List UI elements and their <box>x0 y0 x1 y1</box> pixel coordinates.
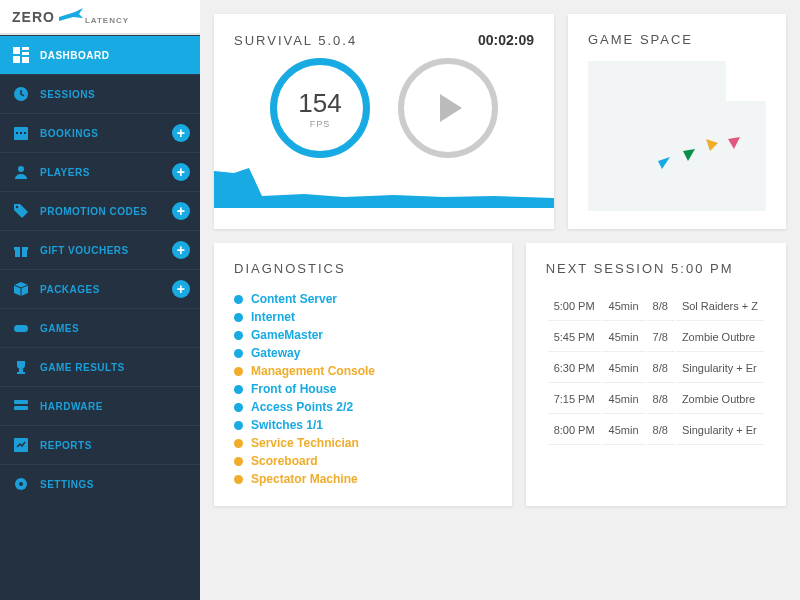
survival-title: SURVIVAL 5.0.4 <box>234 33 357 48</box>
nav-list: DASHBOARDSESSIONSBOOKINGS+PLAYERS+PROMOT… <box>0 35 200 600</box>
game-space-card: GAME SPACE <box>568 14 786 229</box>
brand-zero: ZERO <box>12 9 55 25</box>
session-cap: 8/8 <box>647 354 674 383</box>
sidebar-item-label: PROMOTION CODES <box>40 206 148 217</box>
session-row[interactable]: 7:15 PM45min8/8Zombie Outbre <box>548 385 764 414</box>
play-button[interactable] <box>398 58 498 158</box>
session-game: Zombie Outbre <box>676 323 764 352</box>
sidebar-item-bookings[interactable]: BOOKINGS+ <box>0 113 200 152</box>
sidebar-item-label: BOOKINGS <box>40 128 98 139</box>
sidebar-item-gift-vouchers[interactable]: GIFT VOUCHERS+ <box>0 230 200 269</box>
session-game: Zombie Outbre <box>676 385 764 414</box>
diagnostic-item: Switches 1/1 <box>234 416 492 434</box>
fps-label: FPS <box>310 119 331 129</box>
sidebar-item-label: REPORTS <box>40 440 92 451</box>
next-session-title: NEXT SESSION 5:00 PM <box>546 261 766 276</box>
trophy-icon <box>12 358 30 376</box>
svg-rect-20 <box>14 406 28 410</box>
add-bookings-button[interactable]: + <box>172 124 190 142</box>
sidebar-item-reports[interactable]: REPORTS <box>0 425 200 464</box>
survival-header: SURVIVAL 5.0.4 00:02:09 <box>234 32 534 48</box>
diagnostic-label: Spectator Machine <box>251 472 358 486</box>
play-icon <box>440 94 462 122</box>
session-game: Singularity + Er <box>676 416 764 445</box>
survival-timer: 00:02:09 <box>478 32 534 48</box>
session-row[interactable]: 6:30 PM45min8/8Singularity + Er <box>548 354 764 383</box>
diagnostic-label: Internet <box>251 310 295 324</box>
next-session-card: NEXT SESSION 5:00 PM 5:00 PM45min8/8Sol … <box>526 243 786 506</box>
sidebar-item-label: PACKAGES <box>40 284 100 295</box>
calendar-icon <box>12 124 30 142</box>
sidebar-item-label: GIFT VOUCHERS <box>40 245 129 256</box>
sidebar: ZERO LATENCY DASHBOARDSESSIONSBOOKINGS+P… <box>0 0 200 600</box>
sidebar-item-label: SESSIONS <box>40 89 95 100</box>
sidebar-item-games[interactable]: GAMES <box>0 308 200 347</box>
session-dur: 45min <box>603 416 645 445</box>
session-time: 6:30 PM <box>548 354 601 383</box>
player-marker-2 <box>683 149 695 161</box>
gamepad-icon <box>12 319 30 337</box>
session-cap: 8/8 <box>647 292 674 321</box>
svg-rect-18 <box>17 372 25 374</box>
main-area: SURVIVAL 5.0.4 00:02:09 154 FPS <box>200 0 800 600</box>
diagnostics-list: Content ServerInternetGameMasterGatewayM… <box>234 290 492 488</box>
diagnostic-label: Content Server <box>251 292 337 306</box>
svg-rect-1 <box>22 47 29 50</box>
session-row[interactable]: 8:00 PM45min8/8Singularity + Er <box>548 416 764 445</box>
sidebar-item-sessions[interactable]: SESSIONS <box>0 74 200 113</box>
fps-value: 154 <box>298 88 341 119</box>
top-row: SURVIVAL 5.0.4 00:02:09 154 FPS <box>214 14 786 229</box>
diagnostic-item: Management Console <box>234 362 492 380</box>
session-cap: 8/8 <box>647 416 674 445</box>
sidebar-item-dashboard[interactable]: DASHBOARD <box>0 35 200 74</box>
svg-rect-0 <box>13 47 20 54</box>
diagnostic-item: Service Technician <box>234 434 492 452</box>
sidebar-item-promotion-codes[interactable]: PROMOTION CODES+ <box>0 191 200 230</box>
svg-rect-10 <box>24 132 26 134</box>
session-game: Singularity + Er <box>676 354 764 383</box>
svg-rect-3 <box>13 56 20 63</box>
brand-latency: LATENCY <box>85 16 129 25</box>
sidebar-item-label: PLAYERS <box>40 167 90 178</box>
diagnostic-item: Front of House <box>234 380 492 398</box>
survival-card: SURVIVAL 5.0.4 00:02:09 154 FPS <box>214 14 554 229</box>
diagnostic-item: Spectator Machine <box>234 470 492 488</box>
diagnostic-label: Service Technician <box>251 436 359 450</box>
session-time: 5:00 PM <box>548 292 601 321</box>
game-space-title: GAME SPACE <box>588 32 766 47</box>
survival-circles: 154 FPS <box>234 58 534 158</box>
status-dot-ok <box>234 313 243 322</box>
box-icon <box>12 280 30 298</box>
session-time: 7:15 PM <box>548 385 601 414</box>
brand-logo: ZERO LATENCY <box>0 0 200 35</box>
sidebar-item-game-results[interactable]: GAME RESULTS <box>0 347 200 386</box>
add-gift-vouchers-button[interactable]: + <box>172 241 190 259</box>
add-players-button[interactable]: + <box>172 163 190 181</box>
status-dot-ok <box>234 295 243 304</box>
diagnostic-item: Scoreboard <box>234 452 492 470</box>
sidebar-item-label: GAME RESULTS <box>40 362 125 373</box>
gift-icon <box>12 241 30 259</box>
session-row[interactable]: 5:45 PM45min7/8Zombie Outbre <box>548 323 764 352</box>
status-dot-ok <box>234 385 243 394</box>
add-packages-button[interactable]: + <box>172 280 190 298</box>
plane-icon <box>59 8 83 25</box>
sidebar-item-label: HARDWARE <box>40 401 103 412</box>
sidebar-item-label: SETTINGS <box>40 479 94 490</box>
status-dot-ok <box>234 421 243 430</box>
next-session-table: 5:00 PM45min8/8Sol Raiders + Z5:45 PM45m… <box>546 290 766 447</box>
session-cap: 8/8 <box>647 385 674 414</box>
sidebar-item-hardware[interactable]: HARDWARE <box>0 386 200 425</box>
sidebar-item-packages[interactable]: PACKAGES+ <box>0 269 200 308</box>
session-dur: 45min <box>603 323 645 352</box>
status-dot-warn <box>234 475 243 484</box>
svg-point-12 <box>16 206 18 208</box>
svg-rect-2 <box>22 52 29 55</box>
add-promotion-codes-button[interactable]: + <box>172 202 190 220</box>
sidebar-item-players[interactable]: PLAYERS+ <box>0 152 200 191</box>
gear-icon <box>12 475 30 493</box>
sidebar-item-settings[interactable]: SETTINGS <box>0 464 200 503</box>
chart-icon <box>12 436 30 454</box>
diagnostic-label: Gateway <box>251 346 300 360</box>
session-row[interactable]: 5:00 PM45min8/8Sol Raiders + Z <box>548 292 764 321</box>
